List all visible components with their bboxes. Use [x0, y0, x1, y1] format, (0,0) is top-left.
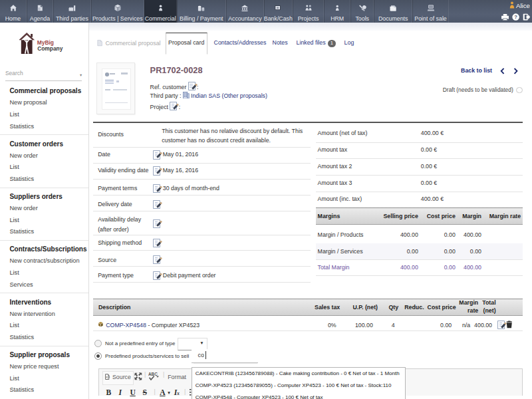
svg-text:Company: Company: [37, 45, 63, 52]
svg-text:?: ?: [514, 15, 517, 21]
svg-text:ABC: ABC: [148, 372, 158, 377]
svg-text:<>: <>: [106, 375, 110, 379]
